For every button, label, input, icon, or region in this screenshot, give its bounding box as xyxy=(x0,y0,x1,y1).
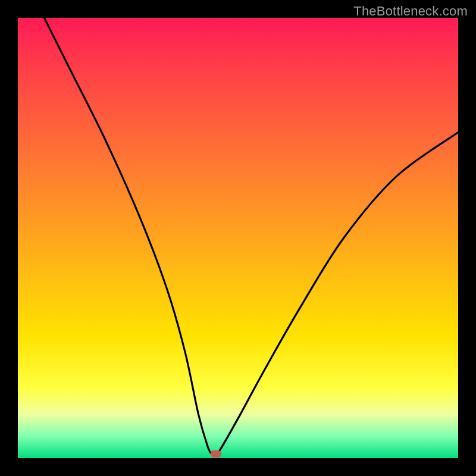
watermark-text: TheBottleneck.com xyxy=(353,4,468,19)
plot-area xyxy=(18,18,458,458)
chart-frame: TheBottleneck.com xyxy=(0,0,476,476)
optimal-point-marker xyxy=(211,450,221,458)
bottleneck-curve xyxy=(18,18,458,458)
